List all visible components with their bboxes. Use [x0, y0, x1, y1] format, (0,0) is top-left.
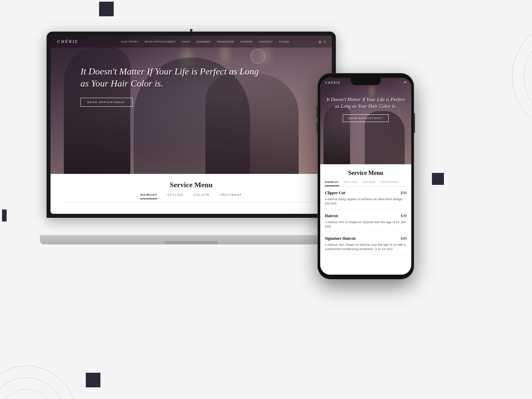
phone-tab-treatment[interactable]: TREATMENT	[380, 181, 399, 186]
service-item-haircut-header: Haircut $39	[325, 213, 407, 218]
service-item-clipper-cut-desc: A haircut using clippers to achieve an u…	[325, 197, 407, 206]
laptop-hero-headline: It Doesn't Matter If Your Life is Perfec…	[80, 66, 265, 90]
nav-career[interactable]: CAREER	[240, 40, 253, 43]
nav-our-story[interactable]: OUR STORY	[121, 40, 139, 43]
phone-side-button-vol-up	[317, 106, 318, 118]
laptop-site-logo: CHÉRIE	[57, 39, 78, 44]
service-item-haircut-name: Haircut	[325, 213, 338, 218]
deco-square-left-mid	[2, 209, 7, 221]
laptop-hero-text: It Doesn't Matter If Your Life is Perfec…	[80, 66, 265, 107]
service-item-haircut-desc: A haircut, trim or shape on anyone over …	[325, 220, 407, 229]
phone-hero-text: It Doesn't Matter If Your Life is Perfec…	[325, 96, 407, 122]
phone-service-title: Service Menu	[325, 170, 407, 177]
laptop-service-title: Service Menu	[64, 181, 319, 189]
laptop-nav-links: OUR STORY BOOK APPOINTMENT SHOP ACADEMY …	[92, 40, 318, 43]
phone-service-tabs: HAIRCUT STYLING COLOUR TREATMENT	[325, 181, 407, 187]
phone-website: CHÉRIE ≡ It Doesn't Matter If Your Life …	[320, 78, 411, 275]
phone-hero-headline: It Doesn't Matter If Your Life is Perfec…	[325, 96, 407, 110]
service-item-signature-header: Signature Haircut $49	[325, 236, 407, 241]
facebook-icon[interactable]: f	[324, 40, 325, 44]
nav-shop[interactable]: SHOP	[182, 40, 190, 43]
laptop-service-section: Service Menu HAIRCUT STYLING COLOUR TREA…	[51, 174, 332, 214]
laptop-website: CHÉRIE OUR STORY BOOK APPOINTMENT SHOP A…	[51, 36, 332, 214]
deco-square-bottom	[86, 373, 100, 387]
phone-screen: CHÉRIE ≡ It Doesn't Matter If Your Life …	[320, 78, 411, 275]
phone-notch	[351, 78, 381, 85]
instagram-icon[interactable]: ◎	[319, 40, 322, 44]
service-item-signature-desc: A haircut, trim, shape on anyone over th…	[325, 242, 407, 251]
nav-book-appointment[interactable]: BOOK APPOINTMENT	[145, 40, 176, 43]
nav-other[interactable]: OTHER	[279, 40, 289, 43]
service-item-haircut-price: $39	[401, 213, 407, 218]
phone-tab-colour[interactable]: COLOUR	[362, 181, 375, 186]
service-item-clipper-cut-header: Clipper Cut $30	[325, 191, 407, 196]
laptop-hero: It Doesn't Matter If Your Life is Perfec…	[51, 36, 332, 174]
laptop-base	[40, 235, 342, 244]
laptop-tab-styling[interactable]: STYLING	[167, 193, 184, 199]
phone-device: CHÉRIE ≡ It Doesn't Matter If Your Life …	[318, 73, 414, 279]
service-item-signature-haircut: Signature Haircut $49 A haircut, trim, s…	[325, 236, 407, 255]
laptop-device: CHÉRIE OUR STORY BOOK APPOINTMENT SHOP A…	[47, 32, 342, 244]
phone-side-button-power	[414, 113, 415, 133]
service-item-haircut: Haircut $39 A haircut, trim or shape on …	[325, 213, 407, 232]
phone-hero: CHÉRIE ≡ It Doesn't Matter If Your Life …	[320, 78, 411, 164]
laptop-site-nav: CHÉRIE OUR STORY BOOK APPOINTMENT SHOP A…	[51, 36, 332, 48]
laptop-body: CHÉRIE OUR STORY BOOK APPOINTMENT SHOP A…	[47, 32, 336, 218]
phone-tab-haircut[interactable]: HAIRCUT	[325, 181, 339, 186]
nav-franchise[interactable]: FRANCHISE	[217, 40, 234, 43]
phone-menu-icon[interactable]: ≡	[404, 80, 407, 85]
nav-academy[interactable]: ACADEMY	[196, 40, 211, 43]
service-item-clipper-cut-name: Clipper Cut	[325, 191, 345, 196]
scene: CHÉRIE OUR STORY BOOK APPOINTMENT SHOP A…	[0, 0, 532, 399]
wall-clock	[250, 49, 265, 64]
nav-contact[interactable]: CONTACT	[259, 40, 273, 43]
phone-body: CHÉRIE ≡ It Doesn't Matter If Your Life …	[318, 73, 414, 279]
laptop-nav-social-icons: ◎ f	[319, 40, 325, 44]
laptop-service-tabs: HAIRCUT STYLING COLOUR TREATMENT	[64, 193, 319, 202]
laptop-camera	[190, 29, 193, 32]
phone-side-button-vol-down	[317, 121, 318, 133]
deco-square-top	[99, 2, 114, 16]
phone-hero-cta[interactable]: BOOK APPOINTMENT	[343, 114, 389, 122]
laptop-tab-colour[interactable]: COLOUR	[194, 193, 209, 199]
phone-tab-styling[interactable]: STYLING	[344, 181, 357, 186]
laptop-tab-treatment[interactable]: TREATMENT	[219, 193, 242, 199]
service-item-clipper-cut: Clipper Cut $30 A haircut using clippers…	[325, 191, 407, 209]
service-item-signature-price: $49	[401, 236, 407, 241]
deco-square-right	[432, 173, 444, 185]
laptop-screen: CHÉRIE OUR STORY BOOK APPOINTMENT SHOP A…	[51, 36, 332, 214]
phone-service-section: Service Menu HAIRCUT STYLING COLOUR TREA…	[320, 164, 411, 275]
laptop-hero-cta[interactable]: BOOK APPOINTMENT	[80, 98, 133, 107]
service-item-clipper-cut-price: $30	[401, 191, 407, 196]
phone-site-logo: CHÉRIE	[325, 81, 341, 84]
service-item-signature-name: Signature Haircut	[325, 236, 356, 241]
laptop-tab-haircut[interactable]: HAIRCUT	[140, 193, 157, 199]
